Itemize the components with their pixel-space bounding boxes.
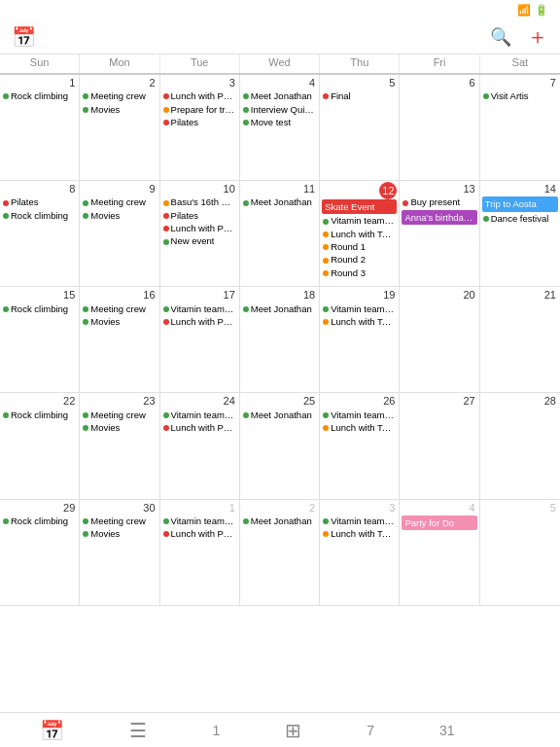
event[interactable]: Lunch with Tess	[322, 316, 397, 328]
event-title: Meeting crew	[90, 90, 146, 102]
event[interactable]: Vitamin team meeti	[162, 303, 237, 315]
add-event-button[interactable]: ＋	[527, 22, 548, 52]
event-bar[interactable]: Trip to Aosta	[482, 196, 558, 211]
day-cell[interactable]: 4Meet JonathanInterview QuintinMove test	[240, 75, 320, 181]
event-bar[interactable]: Anna's birthday par	[402, 210, 476, 225]
event[interactable]: Final	[322, 90, 397, 102]
event[interactable]: Rock climbing	[2, 409, 77, 421]
event[interactable]: Pilates	[162, 117, 237, 128]
day-cell[interactable]: 7Visit Artis	[480, 75, 560, 181]
view-list-button[interactable]: ☰	[129, 719, 147, 742]
day-cell[interactable]: 28	[480, 393, 560, 499]
event[interactable]: Meet Jonathan	[242, 90, 317, 102]
event[interactable]: Move test	[242, 117, 317, 128]
day-cell[interactable]: 13Buy presentAnna's birthday par	[400, 181, 479, 287]
event[interactable]: Vitamin team meeti	[322, 215, 397, 227]
event-bar[interactable]: Party for Do	[402, 516, 476, 530]
event-title: Movies	[90, 422, 120, 434]
event[interactable]: Pilates	[2, 196, 77, 208]
event[interactable]: Movies	[82, 528, 157, 540]
event[interactable]: Lunch with Pete	[162, 316, 237, 328]
event[interactable]: Interview Quintin	[242, 104, 317, 116]
day-cell[interactable]: 2Meeting crewMovies	[80, 75, 159, 181]
day-cell[interactable]: 19Vitamin team meetiLunch with Tess	[320, 287, 400, 393]
day-cell[interactable]: 17Vitamin team meetiLunch with Pete	[160, 287, 240, 393]
day-cell[interactable]: 24Vitamin team meetiLunch with Pete	[160, 393, 240, 499]
event[interactable]: Lunch with Tess	[322, 422, 397, 434]
day-cell[interactable]: 10Basu's 16th BirthdaPilatesLunch with P…	[160, 181, 240, 287]
day-cell[interactable]: 21	[480, 287, 560, 393]
event[interactable]: Round 3	[322, 267, 397, 279]
event[interactable]: Movies	[82, 316, 157, 328]
event[interactable]: New event	[162, 235, 237, 247]
event[interactable]: Meet Jonathan	[242, 196, 317, 208]
event-bar[interactable]: Skate Event	[322, 199, 397, 214]
view-split-button[interactable]: ⊞	[285, 719, 301, 742]
day-cell[interactable]: 6	[400, 75, 479, 181]
day-cell[interactable]: 1Vitamin team meetiLunch with Pete	[160, 500, 240, 606]
event[interactable]: Meet Jonathan	[242, 409, 317, 421]
view-calendar-button[interactable]: 📅	[40, 719, 64, 742]
day-cell[interactable]: 23Meeting crewMovies	[80, 393, 159, 499]
event[interactable]: Vitamin team meeti	[322, 516, 397, 527]
event[interactable]: Buy present	[402, 196, 476, 208]
event[interactable]: Vitamin team meeti	[322, 409, 397, 421]
day-cell[interactable]: 1Rock climbing	[0, 75, 80, 181]
event[interactable]: Meeting crew	[82, 409, 157, 421]
day-cell[interactable]: 2Meet Jonathan	[240, 500, 320, 606]
day-cell[interactable]: 3Lunch with PetePrepare for trackPilates	[160, 75, 240, 181]
day-cell[interactable]: 5Final	[320, 75, 400, 181]
day-cell[interactable]: 4Party for Do	[400, 500, 479, 606]
day-cell[interactable]: 25Meet Jonathan	[240, 393, 320, 499]
view-week-button[interactable]: 7	[367, 723, 374, 738]
event[interactable]: Movies	[82, 210, 157, 222]
search-button[interactable]: 🔍	[490, 26, 511, 48]
day-cell[interactable]: 3Vitamin team meetiLunch with Tess	[320, 500, 400, 606]
event[interactable]: Lunch with Tess	[322, 229, 397, 240]
event[interactable]: Vitamin team meeti	[322, 303, 397, 315]
event[interactable]: Round 1	[322, 241, 397, 253]
event[interactable]: Vitamin team meeti	[162, 409, 237, 421]
event[interactable]: Lunch with Pete	[162, 223, 237, 234]
event[interactable]: Meeting crew	[82, 196, 157, 208]
event[interactable]: Prepare for track	[162, 104, 237, 116]
event[interactable]: Visit Artis	[482, 90, 558, 102]
event[interactable]: Rock climbing	[2, 210, 77, 222]
day-cell[interactable]: 11Meet Jonathan	[240, 181, 320, 287]
event[interactable]: Meeting crew	[82, 303, 157, 315]
event[interactable]: Movies	[82, 422, 157, 434]
event[interactable]: Basu's 16th Birthda	[162, 196, 237, 208]
event[interactable]: Rock climbing	[2, 516, 77, 527]
event[interactable]: Lunch with Pete	[162, 90, 237, 102]
day-cell[interactable]: 16Meeting crewMovies	[80, 287, 159, 393]
day-cell[interactable]: 12Skate EventVitamin team meetiLunch wit…	[320, 181, 400, 287]
day-cell[interactable]: 20	[400, 287, 479, 393]
day-cell[interactable]: 8PilatesRock climbing	[0, 181, 80, 287]
day-cell[interactable]: 9Meeting crewMovies	[80, 181, 159, 287]
event[interactable]: Rock climbing	[2, 90, 77, 102]
event[interactable]: Meeting crew	[82, 90, 157, 102]
day-cell[interactable]: 15Rock climbing	[0, 287, 80, 393]
event[interactable]: Pilates	[162, 210, 237, 222]
day-cell[interactable]: 5	[480, 500, 560, 606]
event[interactable]: Vitamin team meeti	[162, 516, 237, 527]
day-cell[interactable]: 29Rock climbing	[0, 500, 80, 606]
event[interactable]: Lunch with Pete	[162, 422, 237, 434]
day-cell[interactable]: 14Trip to AostaDance festival	[480, 181, 560, 287]
event[interactable]: Movies	[82, 104, 157, 116]
event[interactable]: Dance festival	[482, 213, 558, 225]
day-cell[interactable]: 18Meet Jonathan	[240, 287, 320, 393]
event[interactable]: Meet Jonathan	[242, 516, 317, 527]
view-day-button[interactable]: 1	[212, 723, 220, 738]
event[interactable]: Meeting crew	[82, 516, 157, 527]
day-cell[interactable]: 26Vitamin team meetiLunch with Tess	[320, 393, 400, 499]
event[interactable]: Meet Jonathan	[242, 303, 317, 315]
day-cell[interactable]: 22Rock climbing	[0, 393, 80, 499]
day-cell[interactable]: 27	[400, 393, 479, 499]
event[interactable]: Lunch with Pete	[162, 528, 237, 540]
view-month-button[interactable]: 31	[439, 723, 455, 738]
day-cell[interactable]: 30Meeting crewMovies	[80, 500, 159, 606]
event[interactable]: Round 2	[322, 254, 397, 266]
event[interactable]: Rock climbing	[2, 303, 77, 315]
event[interactable]: Lunch with Tess	[322, 528, 397, 540]
